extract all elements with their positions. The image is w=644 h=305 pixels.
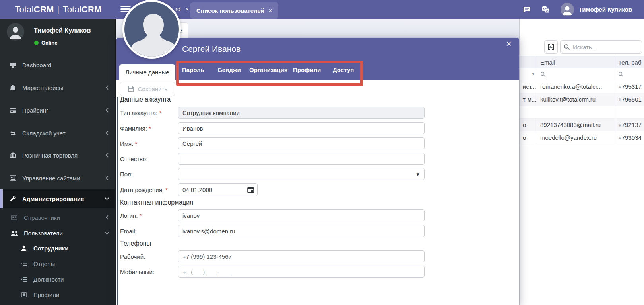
sidebar: Тимофей Куликов Online Dashboard Маркетп…: [0, 19, 116, 305]
grid-header-email[interactable]: Email: [537, 56, 615, 68]
field-label-middlename: Отчество:: [120, 156, 149, 162]
sidebar-item-departments[interactable]: Отделы: [0, 256, 116, 272]
filter-dropdown[interactable]: ▾: [520, 68, 537, 80]
sidebar-item-positions[interactable]: Должности: [0, 271, 116, 287]
sidebar-item-marketplaces[interactable]: Маркетплейсы: [0, 80, 116, 96]
chevron-left-icon: [105, 176, 109, 180]
users-grid-panel: xlsx Email Тел. раб ▾ ист... romanenko.a…: [519, 19, 644, 305]
sidebar-item-label: Розничная торговля: [22, 152, 78, 159]
sidebar-user-name: Тимофей Куликов: [34, 27, 91, 34]
firstname-field[interactable]: [178, 137, 425, 149]
table-row[interactable]: ист... romanenko.a@totalcr... +795317: [520, 80, 644, 93]
svg-text:A: A: [546, 8, 549, 12]
sidebar-item-label: Складской учет: [22, 130, 66, 137]
section-phones: Телефоны: [120, 240, 151, 247]
cell-phone: +795317: [615, 80, 644, 93]
modal-header: Сергей Иванов × Личные данные Пароль Бей…: [116, 38, 519, 80]
sidebar-item-administration[interactable]: Администрирование: [0, 189, 116, 208]
sidebar-item-label: Должности: [33, 276, 64, 283]
filter-phone[interactable]: [615, 68, 644, 80]
mobile-phone-field[interactable]: [178, 266, 425, 278]
newspaper-icon: [9, 175, 17, 181]
table-row[interactable]: т-м... kulikov.t@totalcrm.ru +796501: [520, 93, 644, 106]
sidebar-item-employees[interactable]: Сотрудники: [0, 240, 116, 256]
sidebar-item-dashboard[interactable]: Dashboard: [0, 57, 116, 73]
id-badge-icon: [20, 292, 28, 297]
table-row[interactable]: о moedello@yandex.ru +793034: [520, 131, 644, 144]
administration-submenu: Справочники Пользователи Сотрудники Отде…: [0, 208, 115, 305]
tab-profiles[interactable]: Профили: [293, 66, 321, 73]
language-switch-icon[interactable]: ЯA: [541, 5, 550, 14]
cell-badge: о: [520, 119, 537, 131]
app-logo: TotalCRM | TotalCRM: [0, 0, 116, 19]
cell-badge: т-м...: [520, 93, 537, 106]
sidebar-item-retail[interactable]: Розничная торговля: [0, 147, 116, 163]
tab-dashboard-partial[interactable]: rd ×: [175, 6, 189, 12]
indent-list-icon: [20, 261, 28, 266]
cell-email: 89213743083@mail.ru: [537, 119, 615, 131]
account-type-field[interactable]: [178, 107, 425, 119]
tab-badges[interactable]: Бейджи: [218, 66, 241, 73]
credit-card-icon: [9, 108, 17, 113]
birthdate-input[interactable]: [178, 184, 230, 196]
grid-header-row: Email Тел. раб: [520, 56, 644, 68]
sidebar-item-label: Управление сайтами: [22, 175, 80, 182]
close-tab-icon[interactable]: ×: [268, 7, 272, 14]
chevron-left-icon: [105, 108, 109, 113]
search-input[interactable]: [573, 44, 632, 51]
grid-search: [560, 40, 642, 54]
tab-access[interactable]: Доступ: [333, 66, 354, 73]
email-field[interactable]: [178, 225, 425, 237]
sidebar-item-profiles[interactable]: Профили: [0, 287, 116, 303]
field-label-mobile-phone: Мобильный:: [120, 268, 156, 275]
sidebar-item-warehouse[interactable]: Складской учет: [0, 125, 116, 141]
sidebar-item-label: Пользователи: [24, 230, 63, 237]
field-label-birthdate: Дата рождения:*: [120, 186, 168, 193]
grid-header-phone[interactable]: Тел. раб: [615, 56, 644, 68]
field-label-gender: Пол:: [120, 171, 134, 178]
table-row[interactable]: о 89213743083@mail.ru +792137: [520, 119, 644, 131]
close-tab-icon[interactable]: ×: [186, 6, 189, 12]
wrench-icon: [9, 196, 17, 202]
work-phone-field[interactable]: [178, 250, 425, 262]
lastname-field[interactable]: [178, 122, 425, 134]
tab-personal-data[interactable]: Личные данные: [119, 64, 175, 80]
field-label-firstname: Имя:*: [120, 140, 137, 147]
sidebar-item-users[interactable]: Пользователи: [0, 225, 116, 241]
current-user-menu[interactable]: Тимофей Куликов: [561, 3, 632, 16]
sidebar-item-label: Справочники: [24, 214, 60, 221]
field-label-account-type: Тип аккаунта:*: [120, 109, 161, 116]
login-field[interactable]: [178, 209, 425, 221]
sidebar-item-sites[interactable]: Управление сайтами: [0, 170, 116, 186]
employee-photo-avatar[interactable]: [122, 0, 181, 59]
close-icon[interactable]: ×: [506, 39, 511, 49]
sidebar-item-label: Профили: [33, 291, 59, 298]
gender-select[interactable]: ▼: [178, 168, 425, 180]
modal-scrollbar[interactable]: [117, 97, 118, 305]
tab-password[interactable]: Пароль: [182, 66, 204, 73]
tab-user-list[interactable]: Список пользователей ×: [190, 2, 278, 19]
chat-icon[interactable]: [522, 5, 531, 14]
cell-badge: о: [520, 131, 537, 144]
sidebar-item-label: Администрирование: [22, 196, 84, 202]
sidebar-user-avatar: [7, 23, 24, 41]
save-button[interactable]: Сохранить: [120, 82, 175, 96]
caret-down-icon: ▼: [415, 172, 420, 177]
export-xlsx-button[interactable]: xlsx: [544, 40, 558, 54]
grid-header-badge[interactable]: [520, 56, 537, 68]
tab-organization[interactable]: Организация: [249, 66, 288, 73]
grid-filter-row: ▾: [520, 68, 644, 80]
sidebar-item-pricing[interactable]: Прайсинг: [0, 102, 116, 118]
table-row[interactable]: [520, 106, 644, 119]
sidebar-item-label: Отделы: [33, 260, 55, 267]
filter-email[interactable]: [537, 68, 615, 80]
sidebar-item-directories[interactable]: Справочники: [0, 209, 116, 225]
middlename-field[interactable]: [178, 153, 425, 165]
caret-down-icon[interactable]: ▾: [532, 72, 534, 77]
top-bar: TotalCRM | TotalCRM rd × Список пользова…: [0, 0, 644, 19]
chevron-left-icon: [105, 131, 109, 135]
birthdate-field[interactable]: [178, 183, 258, 196]
tab-label: rd: [175, 6, 180, 12]
calendar-icon[interactable]: [247, 186, 254, 193]
online-status: Online: [34, 40, 57, 46]
